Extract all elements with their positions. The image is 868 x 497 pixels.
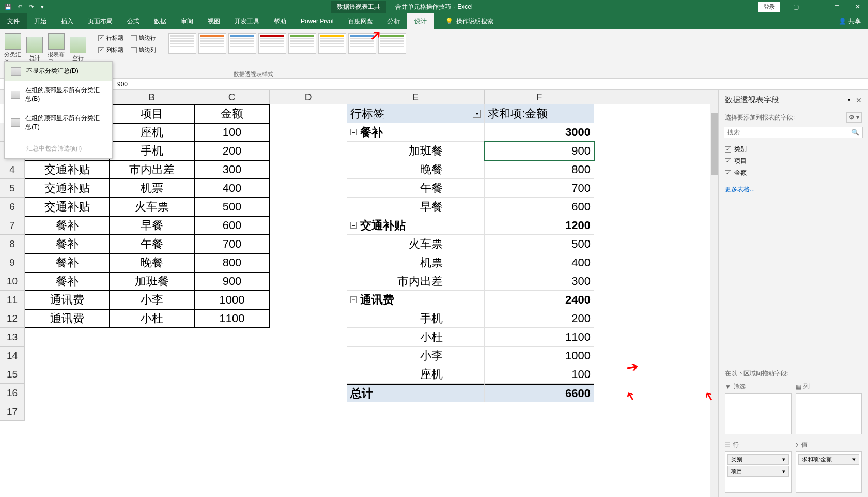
dropdown-no-subtotal[interactable]: 不显示分类汇总(D) (5, 62, 112, 81)
field-item[interactable]: 项目 (725, 155, 862, 167)
style-thumb[interactable] (168, 33, 196, 54)
cell[interactable]: 机票 (110, 179, 194, 198)
menu-insert[interactable]: 插入 (54, 13, 81, 29)
pivot-cell[interactable]: 800 (485, 160, 594, 179)
collapse-icon[interactable]: − (350, 222, 357, 229)
chevron-down-icon[interactable]: ▾ (782, 468, 785, 475)
maximize-icon[interactable]: ◻ (827, 0, 847, 13)
row-header[interactable]: 14 (0, 347, 25, 365)
menu-help[interactable]: 帮助 (267, 13, 293, 29)
ribbon-display-icon[interactable]: ▢ (785, 0, 806, 13)
col-header[interactable]: E (347, 90, 485, 104)
pivot-cell-selected[interactable]: 900 (485, 142, 594, 160)
cell[interactable]: 火车票 (110, 198, 194, 216)
row-header[interactable]: 7 (0, 216, 25, 235)
cell[interactable]: 早餐 (110, 216, 194, 235)
columns-drop-zone[interactable]: ▦列 (796, 380, 862, 434)
pivot-cell[interactable]: 早餐 (347, 198, 485, 216)
menu-view[interactable]: 视图 (200, 13, 227, 29)
menu-developer[interactable]: 开发工具 (227, 13, 267, 29)
menu-powerpivot[interactable]: Power Pivot (293, 13, 341, 29)
pivot-cell[interactable]: 1000 (485, 347, 594, 365)
pivot-cell[interactable]: 加班餐 (347, 142, 485, 160)
menu-analyze[interactable]: 分析 (380, 13, 407, 29)
pivot-cell[interactable]: 700 (485, 179, 594, 198)
cell[interactable]: 1000 (194, 291, 270, 309)
row-header[interactable]: 16 (0, 384, 25, 402)
menu-formulas[interactable]: 公式 (120, 13, 147, 29)
filter-dropdown-icon[interactable]: ▾ (473, 110, 481, 118)
pivot-cell[interactable]: 600 (485, 198, 594, 216)
save-icon[interactable]: 💾 (4, 3, 12, 11)
pivot-cell[interactable]: 座机 (347, 365, 485, 384)
gear-icon[interactable]: ⚙ ▾ (846, 112, 862, 123)
qat-more-icon[interactable]: ▾ (38, 3, 47, 11)
share-button[interactable]: 👤 共享 (831, 17, 868, 26)
field-pill[interactable]: 求和项:金额▾ (798, 454, 860, 465)
pivot-cell[interactable]: 100 (485, 365, 594, 384)
banded-rows-checkbox[interactable]: 镶边行 (131, 33, 156, 43)
pivot-cell[interactable]: 机票 (347, 253, 485, 272)
cell[interactable]: 午餐 (110, 235, 194, 253)
more-tables-link[interactable]: 更多表格... (719, 182, 868, 197)
style-thumb[interactable] (288, 33, 316, 54)
menu-file[interactable]: 文件 (0, 13, 27, 29)
formula-bar[interactable]: 900 (0, 79, 868, 90)
pivot-cell[interactable]: 小杜 (347, 328, 485, 347)
style-thumb[interactable] (198, 33, 226, 54)
style-thumb[interactable] (318, 33, 346, 54)
cell[interactable]: 交通补贴 (25, 198, 110, 216)
cell[interactable]: 400 (194, 179, 270, 198)
row-header[interactable]: 4 (0, 160, 25, 179)
style-thumb[interactable] (258, 33, 286, 54)
redo-icon[interactable]: ↷ (27, 3, 35, 11)
pivot-group[interactable]: −餐补 (347, 123, 485, 142)
cell[interactable]: 餐补 (25, 235, 110, 253)
cell[interactable]: 晚餐 (110, 253, 194, 272)
cell[interactable]: 市内出差 (110, 160, 194, 179)
pivot-row-label[interactable]: 行标签 ▾ (347, 104, 485, 123)
minimize-icon[interactable]: — (806, 0, 827, 13)
row-header[interactable]: 10 (0, 272, 25, 291)
cell[interactable]: 通讯费 (25, 291, 110, 309)
cell[interactable]: 900 (194, 272, 270, 291)
cell[interactable]: 100 (194, 123, 270, 142)
cell[interactable]: 手机 (110, 142, 194, 160)
cell[interactable]: 600 (194, 216, 270, 235)
cell[interactable]: 500 (194, 198, 270, 216)
pivot-cell[interactable]: 500 (485, 235, 594, 253)
pivot-cell[interactable]: 1200 (485, 216, 594, 235)
scroll-thumb[interactable] (711, 113, 718, 175)
rows-drop-zone[interactable]: ☰行 类别▾ 项目▾ (725, 439, 792, 493)
pivot-grand-total-value[interactable]: 6600 (485, 384, 594, 402)
row-header[interactable]: 12 (0, 309, 25, 328)
chevron-down-icon[interactable]: ▾ (853, 456, 856, 463)
pivot-cell[interactable]: 手机 (347, 309, 485, 328)
row-header-checkbox[interactable]: 行标题 (98, 33, 123, 43)
menu-data[interactable]: 数据 (147, 13, 174, 29)
pivot-cell[interactable]: 晚餐 (347, 160, 485, 179)
field-pill[interactable]: 项目▾ (727, 466, 789, 477)
cell[interactable]: 餐补 (25, 216, 110, 235)
pivot-cell[interactable]: 火车票 (347, 235, 485, 253)
cell[interactable]: 金额 (194, 104, 270, 123)
col-header-checkbox[interactable]: 列标题 (98, 45, 123, 55)
col-header[interactable]: C (194, 90, 270, 104)
field-search-input[interactable]: 🔍 (724, 127, 863, 138)
values-drop-zone[interactable]: Σ值 求和项:金额▾ (796, 439, 862, 493)
row-header[interactable]: 15 (0, 365, 25, 384)
collapse-icon[interactable]: − (350, 296, 357, 303)
cell[interactable]: 加班餐 (110, 272, 194, 291)
row-header[interactable]: 8 (0, 235, 25, 253)
cell[interactable]: 200 (194, 142, 270, 160)
panel-dropdown-icon[interactable]: ▾ (848, 97, 850, 103)
cell[interactable]: 800 (194, 253, 270, 272)
cell[interactable]: 交通补贴 (25, 160, 110, 179)
dropdown-subtotal-bottom[interactable]: 在组的底部显示所有分类汇总(B) (5, 81, 112, 109)
style-thumb[interactable] (228, 33, 256, 54)
banded-cols-checkbox[interactable]: 镶边列 (131, 45, 156, 55)
row-header[interactable]: 6 (0, 198, 25, 216)
pivot-cell[interactable]: 1100 (485, 328, 594, 347)
cell[interactable]: 1100 (194, 309, 270, 328)
menu-design[interactable]: 设计 (407, 13, 434, 29)
